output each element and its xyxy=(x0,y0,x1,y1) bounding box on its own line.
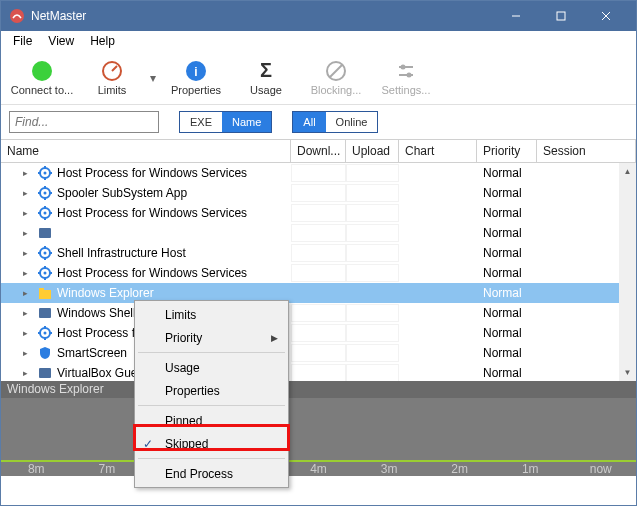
tree-arrow-icon[interactable]: ▸ xyxy=(23,168,33,178)
properties-button[interactable]: i Properties xyxy=(161,53,231,103)
chart-tick-label: 8m xyxy=(1,462,72,476)
table-body: ▸Host Process for Windows ServicesNormal… xyxy=(1,163,636,381)
table-row[interactable]: ▸Windows ExplorerNormal xyxy=(1,283,636,303)
table-row[interactable]: ▸Normal xyxy=(1,223,636,243)
ctx-end-process[interactable]: End Process xyxy=(137,462,286,485)
download-cell xyxy=(291,204,346,222)
col-chart[interactable]: Chart xyxy=(399,140,477,162)
settings-button[interactable]: Settings... xyxy=(371,53,441,103)
svg-text:i: i xyxy=(194,65,197,79)
scroll-up-icon[interactable]: ▲ xyxy=(619,163,636,180)
table-row[interactable]: ▸Host Process for Windows ServicesNormal xyxy=(1,163,636,183)
chevron-right-icon: ▶ xyxy=(271,333,278,343)
minimize-button[interactable] xyxy=(493,1,538,31)
menu-view[interactable]: View xyxy=(40,32,82,50)
priority-cell: Normal xyxy=(477,286,537,300)
tree-arrow-icon[interactable]: ▸ xyxy=(23,188,33,198)
seg-all[interactable]: All xyxy=(293,112,325,132)
name-cell: ▸Windows Explorer xyxy=(1,285,291,301)
table-row[interactable]: ▸Host Process for Windows ServicesNormal xyxy=(1,203,636,223)
window-icon xyxy=(37,365,53,381)
blocking-button[interactable]: Blocking... xyxy=(301,53,371,103)
tree-arrow-icon[interactable]: ▸ xyxy=(23,228,33,238)
tree-arrow-icon[interactable]: ▸ xyxy=(23,288,33,298)
download-cell xyxy=(291,164,346,182)
limits-dropdown-arrow[interactable]: ▾ xyxy=(147,71,159,85)
chart-tick-label: 3m xyxy=(354,462,425,476)
table-row[interactable]: ▸Host Process for Windows ServicesNormal xyxy=(1,263,636,283)
tree-arrow-icon[interactable]: ▸ xyxy=(23,268,33,278)
menu-file[interactable]: File xyxy=(5,32,40,50)
ctx-usage[interactable]: Usage xyxy=(137,356,286,379)
download-cell xyxy=(291,324,346,342)
priority-cell: Normal xyxy=(477,306,537,320)
window-icon xyxy=(37,305,53,321)
exe-name-toggle[interactable]: EXE Name xyxy=(179,111,272,133)
svg-point-13 xyxy=(401,64,406,69)
name-cell: ▸Host Process for Windows Services xyxy=(1,265,291,281)
gear-icon xyxy=(37,245,53,261)
table-row[interactable]: ▸Spooler SubSystem AppNormal xyxy=(1,183,636,203)
svg-point-15 xyxy=(407,72,412,77)
vertical-scrollbar[interactable]: ▲ ▼ xyxy=(619,163,636,381)
svg-point-42 xyxy=(44,272,47,275)
ctx-pinned[interactable]: Pinned xyxy=(137,409,286,432)
tree-arrow-icon[interactable]: ▸ xyxy=(23,328,33,338)
connect-icon xyxy=(31,60,53,82)
ctx-skipped[interactable]: ✓Skipped xyxy=(137,432,286,455)
svg-rect-48 xyxy=(39,288,44,291)
process-name: SmartScreen xyxy=(57,346,127,360)
table-row[interactable]: ▸Shell Infrastructure HostNormal xyxy=(1,243,636,263)
svg-point-17 xyxy=(44,172,47,175)
col-priority[interactable]: Priority xyxy=(477,140,537,162)
seg-exe[interactable]: EXE xyxy=(180,112,222,132)
tree-arrow-icon[interactable]: ▸ xyxy=(23,248,33,258)
seg-name[interactable]: Name xyxy=(222,112,271,132)
usage-button[interactable]: Σ Usage xyxy=(231,53,301,103)
download-cell xyxy=(291,284,346,302)
connect-button[interactable]: Connect to... xyxy=(7,53,77,103)
find-input[interactable] xyxy=(9,111,159,133)
seg-online[interactable]: Online xyxy=(326,112,378,132)
tree-arrow-icon[interactable]: ▸ xyxy=(23,308,33,318)
upload-cell xyxy=(346,204,399,222)
all-online-toggle[interactable]: All Online xyxy=(292,111,378,133)
table-row[interactable]: ▸SmartScreenNormal xyxy=(1,343,636,363)
priority-cell: Normal xyxy=(477,166,537,180)
download-cell xyxy=(291,224,346,242)
tree-arrow-icon[interactable]: ▸ xyxy=(23,348,33,358)
priority-cell: Normal xyxy=(477,326,537,340)
gear-icon xyxy=(37,325,53,341)
chart-area: 8m7m6m5m4m3m2m1mnow xyxy=(1,398,636,476)
toolbar: Connect to... Limits ▾ i Properties Σ Us… xyxy=(1,51,636,105)
ctx-properties[interactable]: Properties xyxy=(137,379,286,402)
col-upload[interactable]: Upload xyxy=(346,140,399,162)
limits-button[interactable]: Limits xyxy=(77,53,147,103)
upload-cell xyxy=(346,164,399,182)
ctx-limits[interactable]: Limits xyxy=(137,303,286,326)
scroll-track[interactable] xyxy=(619,180,636,364)
col-session[interactable]: Session xyxy=(537,140,636,162)
tree-arrow-icon[interactable]: ▸ xyxy=(23,368,33,378)
table-row[interactable]: ▸Windows Shell Experience HostNormal xyxy=(1,303,636,323)
ctx-priority[interactable]: Priority▶ xyxy=(137,326,286,349)
close-button[interactable] xyxy=(583,1,628,31)
sigma-icon: Σ xyxy=(255,60,277,82)
process-name: Windows Explorer xyxy=(57,286,154,300)
table-row[interactable]: ▸VirtualBox Guest AdditionsNormal xyxy=(1,363,636,381)
gauge-icon xyxy=(101,60,123,82)
process-name: Host Process for Windows Services xyxy=(57,266,247,280)
maximize-button[interactable] xyxy=(538,1,583,31)
priority-cell: Normal xyxy=(477,186,537,200)
col-download[interactable]: Downl... xyxy=(291,140,346,162)
scroll-down-icon[interactable]: ▼ xyxy=(619,364,636,381)
gear-icon xyxy=(37,205,53,221)
table-row[interactable]: ▸Host Process for Windows ServicesNormal xyxy=(1,323,636,343)
gear-icon xyxy=(37,185,53,201)
menu-help[interactable]: Help xyxy=(82,32,123,50)
upload-cell xyxy=(346,284,399,302)
col-name[interactable]: Name xyxy=(1,140,291,162)
menubar: File View Help xyxy=(1,31,636,51)
chart-tick-label: 7m xyxy=(72,462,143,476)
tree-arrow-icon[interactable]: ▸ xyxy=(23,208,33,218)
